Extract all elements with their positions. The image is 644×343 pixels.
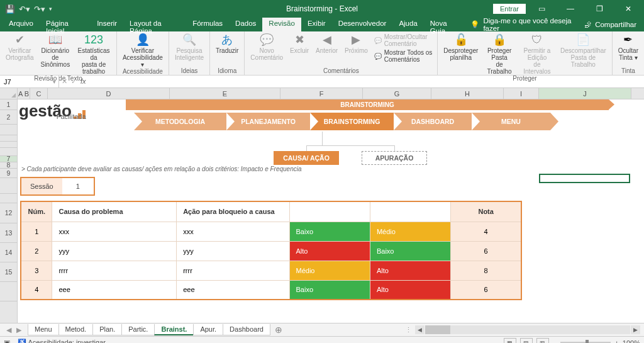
comment-toggles: 💬Mostrar/Ocultar Comentário 💬Mostrar Tod… — [372, 33, 435, 67]
column-header[interactable]: J — [539, 88, 631, 99]
row-header[interactable] — [0, 142, 17, 148]
nav-chevron-metodologia[interactable]: METODOLOGIA — [134, 113, 226, 130]
column-header[interactable]: H — [431, 88, 504, 99]
page-break-view-button[interactable]: ▥ — [536, 338, 549, 344]
table-row: 4eeeeeeBaixoAlto6 — [21, 280, 521, 300]
minimize-button[interactable]: — — [557, 0, 584, 18]
column-header[interactable]: C — [30, 88, 48, 99]
sheet-nav-arrows[interactable]: ◀▶ — [0, 326, 28, 334]
table-header: Nota — [451, 201, 521, 222]
column-header[interactable]: G — [363, 88, 431, 99]
ribbon-tab-desenvolvedor[interactable]: Desenvolvedor — [332, 18, 393, 31]
row-header[interactable]: 9 — [0, 169, 17, 178]
window-title: Brainstorming - Excel — [286, 4, 358, 13]
row-header[interactable]: 1 — [0, 99, 17, 110]
nav-chevron-planejamento[interactable]: PLANEJAMENTO — [226, 113, 310, 130]
cancel-icon: ✕ — [62, 77, 67, 86]
page-layout-view-button[interactable]: ▤ — [520, 338, 533, 344]
instruction-note: > Cada participante deve avaliar as caus… — [18, 164, 644, 174]
normal-view-button[interactable]: ▦ — [504, 338, 516, 344]
column-header[interactable]: A B — [18, 88, 30, 99]
unprotect-sheet-button[interactable]: 🔓Desprotegerplanilha — [441, 33, 480, 75]
row-header[interactable] — [0, 125, 17, 135]
table-header: Ação para bloqueio a causa — [177, 201, 289, 222]
row-header[interactable]: 8 — [0, 162, 17, 169]
ribbon: ✔VerificarOrtografia 📖Dicionário deSinôn… — [0, 31, 644, 76]
apuracao-button[interactable]: APURAÇÃO — [362, 151, 427, 165]
session-box: Sessão 1 — [20, 177, 95, 196]
row-header[interactable]: 2 — [0, 110, 17, 125]
sheet-tab-brainst[interactable]: Brainst. — [154, 324, 194, 335]
row-header[interactable] — [0, 178, 17, 194]
macro-record-icon[interactable]: ▣ — [4, 339, 10, 343]
name-box[interactable]: J7 — [0, 76, 59, 87]
accessibility-check-button[interactable]: 👤VerificarAcessibilidade ▾ — [120, 33, 165, 68]
ribbon-tab-fórmulas[interactable]: Fórmulas — [186, 18, 229, 31]
sheet-tab-partic[interactable]: Partic. — [121, 324, 155, 335]
ribbon-tab-dados[interactable]: Dados — [229, 18, 262, 31]
ribbon-tab-arquivo[interactable]: Arquivo — [3, 18, 40, 31]
column-header[interactable]: F — [280, 88, 363, 99]
formula-bar: J7 ✕ ✓ fx — [0, 76, 644, 88]
redo-icon[interactable]: ↷▾ — [34, 4, 45, 14]
close-button[interactable]: ✕ — [615, 0, 641, 18]
share-button[interactable]: ⮵Compartilhar — [577, 18, 644, 31]
translate-button[interactable]: あTraduzir — [213, 33, 241, 67]
accessibility-status[interactable]: ♿ Acessibilidade: investigar — [18, 339, 106, 343]
row-header[interactable]: 15 — [0, 262, 17, 282]
causa-acao-button[interactable]: CAUSA/ AÇÃO — [274, 151, 339, 165]
row-header[interactable] — [0, 194, 17, 203]
new-comment-button: 💬NovoComentário — [248, 33, 286, 67]
row-header[interactable] — [0, 135, 17, 142]
tell-me-input[interactable]: Diga-me o que você deseja fazer — [483, 17, 577, 32]
row-header[interactable]: 12 — [0, 203, 17, 223]
unshare-workbook-button: 📄DescompartilharPasta de Trabalho — [558, 33, 609, 75]
maximize-button[interactable]: ❐ — [586, 0, 613, 18]
add-sheet-button[interactable]: ⊕ — [270, 325, 287, 335]
save-icon[interactable]: 💾 — [5, 4, 15, 14]
sheet-tab-apur[interactable]: Apur. — [193, 324, 223, 335]
row-header[interactable]: 13 — [0, 223, 17, 243]
table-header: Núm. — [21, 201, 52, 222]
column-header[interactable]: E — [170, 88, 280, 99]
ribbon-tab-inserir[interactable]: Inserir — [91, 18, 123, 31]
data-table: Núm.Causa do problemaAção para bloqueio … — [20, 201, 522, 300]
ribbon-options-icon[interactable]: ▭ — [528, 0, 555, 18]
ribbon-tab-nova-guia[interactable]: Nova Guia — [424, 18, 467, 31]
allow-edit-ranges-button: 🛡Permitir a Ediçãode Intervalos — [518, 33, 556, 75]
horizontal-scrollbar[interactable]: ⋮ ◀▶ — [405, 325, 644, 334]
sheet-tab-metod[interactable]: Metod. — [58, 324, 94, 335]
row-headers: 1278912131415 — [0, 99, 18, 323]
workbook-stats-button[interactable]: 123Estatísticas dapasta de trabalho — [74, 33, 113, 75]
signin-button[interactable]: Entrar — [493, 4, 526, 14]
table-header: Frequencia — [370, 201, 450, 222]
ribbon-tabs: ArquivoPágina InicialInserirLayout da Pá… — [0, 18, 644, 31]
table-row: 3rrrrrrrrMédioAlto8 — [21, 261, 521, 280]
row-header[interactable] — [0, 282, 17, 301]
ribbon-tab-ajuda[interactable]: Ajuda — [392, 18, 423, 31]
ribbon-tab-exibir[interactable]: Exibir — [301, 18, 332, 31]
sheet-tab-plan[interactable]: Plan. — [92, 324, 122, 335]
zoom-control[interactable]: −+ 100% — [553, 339, 640, 344]
nav-chevron-dashboard[interactable]: DASHBOARD — [394, 113, 472, 130]
select-all-corner[interactable] — [0, 88, 18, 99]
column-header[interactable]: D — [48, 88, 170, 99]
ribbon-tab-página-inicial[interactable]: Página Inicial — [40, 18, 91, 31]
ribbon-tab-revisão[interactable]: Revisão — [262, 18, 301, 31]
qa-dropdown-icon[interactable]: ▾ — [49, 6, 52, 12]
row-header[interactable]: 14 — [0, 243, 17, 262]
next-comment-button: ▶Próximo — [342, 33, 370, 67]
hide-ink-button[interactable]: ✒OcultarTinta ▾ — [616, 33, 641, 67]
nav-chevron-brainstorming[interactable]: BRAINSTORMING — [310, 113, 394, 130]
fx-icon[interactable]: fx — [80, 77, 86, 86]
cell-grid[interactable]: BRAINSTORMING gestão Facilitada METODOLO… — [18, 99, 644, 323]
ribbon-tab-layout-da-página[interactable]: Layout da Página — [123, 18, 186, 31]
sheet-tab-dashboard[interactable]: Dashboard — [223, 324, 270, 335]
nav-chevron-menu[interactable]: MENU — [472, 113, 550, 130]
sheet-tab-menu[interactable]: Menu — [28, 324, 59, 335]
protect-workbook-button[interactable]: 🔒Proteger Pastade Trabalho — [482, 33, 516, 75]
column-headers: A BCDEFGHIJ — [0, 88, 644, 99]
column-header[interactable]: I — [504, 88, 539, 99]
thesaurus-button[interactable]: 📖Dicionário deSinônimos — [38, 33, 72, 75]
undo-icon[interactable]: ↶▾ — [19, 4, 30, 14]
